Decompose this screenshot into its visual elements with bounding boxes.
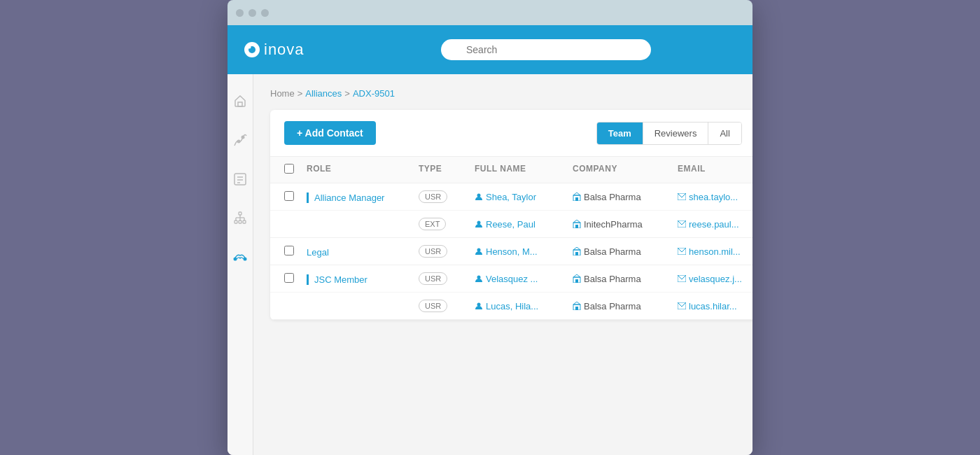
person-name-3: Henson, M...	[475, 246, 573, 257]
person-link-3[interactable]: Henson, M...	[486, 246, 538, 257]
sidebar-item-charts[interactable]	[227, 127, 253, 153]
breadcrumb-sep1: >	[298, 88, 303, 99]
breadcrumb-sep2: >	[344, 88, 350, 99]
person-icon-4	[475, 274, 483, 283]
svg-marker-41	[573, 274, 580, 277]
breadcrumb-home: Home	[270, 88, 295, 99]
person-icon-3	[475, 247, 483, 255]
svg-point-38	[477, 276, 481, 279]
person-link-2[interactable]: Reese, Paul	[486, 219, 536, 230]
role-link-alliance-manager[interactable]: Alliance Manager	[314, 192, 384, 203]
company-name-2: InitechPharma	[573, 219, 678, 230]
browser-window: inova	[227, 0, 752, 455]
row-group-legal: Legal USR Henson, M... Balsa Pharma	[270, 238, 752, 265]
email-cell-5: lucas.hilar...	[678, 301, 742, 312]
table-row: JSC Member USR Velasquez ... Balsa Pharm…	[270, 265, 752, 292]
role-border: Alliance Manager	[307, 192, 384, 203]
svg-rect-15	[243, 220, 246, 223]
company-text-3: Balsa Pharma	[584, 246, 641, 257]
row-group-alliance-manager: Alliance Manager USR Shea, Taylor Balsa …	[270, 183, 752, 238]
svg-point-7	[241, 136, 245, 139]
email-link-3[interactable]: henson.mil...	[689, 246, 741, 257]
email-cell-1: shea.taylo...	[678, 192, 742, 202]
person-link-1[interactable]: Shea, Taylor	[486, 192, 536, 202]
search-input[interactable]	[441, 39, 651, 60]
svg-point-22	[244, 258, 247, 261]
type-cell-3: USR	[419, 245, 475, 258]
col-type: TYPE	[419, 164, 475, 176]
role-link-jsc[interactable]: JSC Member	[314, 274, 368, 285]
logo-text: inova	[264, 41, 304, 59]
svg-point-2	[248, 46, 251, 49]
svg-rect-13	[234, 220, 237, 223]
svg-marker-36	[573, 247, 580, 250]
row-checkbox	[284, 191, 307, 203]
person-name-1: Shea, Taylor	[475, 192, 573, 202]
logo-icon	[244, 42, 260, 57]
svg-rect-25	[575, 197, 578, 201]
col-fullname: FULL NAME	[475, 164, 573, 176]
table-row: Alliance Manager USR Shea, Taylor Balsa …	[270, 183, 752, 210]
table-row: EXT Reese, Paul InitechPharma reese.paul…	[270, 210, 752, 237]
type-badge-usr-5: USR	[419, 300, 447, 312]
building-icon-4	[573, 274, 581, 283]
email-icon-1	[678, 193, 686, 200]
dot-yellow	[248, 9, 256, 17]
row-checkbox-1[interactable]	[284, 191, 294, 201]
type-cell-4: USR	[419, 272, 475, 285]
sidebar-item-org[interactable]	[227, 206, 253, 231]
table-row: USR Lucas, Hila... Balsa Pharma lucas.hi…	[270, 292, 752, 319]
svg-rect-12	[239, 212, 241, 215]
person-link-4[interactable]: Velasquez ...	[486, 274, 538, 284]
row-checkbox-3	[284, 246, 307, 258]
sidebar-item-alliances[interactable]	[227, 245, 253, 270]
sidebar-item-contacts[interactable]	[227, 167, 253, 192]
filter-tabs: Team Reviewers All	[596, 122, 742, 145]
tab-reviewers[interactable]: Reviewers	[643, 122, 709, 144]
building-icon-1	[573, 192, 581, 201]
email-link-4[interactable]: velasquez.j...	[689, 274, 742, 284]
role-link-legal[interactable]: Legal	[307, 247, 329, 258]
email-cell-2: reese.paul...	[678, 219, 742, 230]
email-icon-5	[678, 302, 686, 309]
role-cell-legal: Legal	[307, 246, 419, 258]
building-icon-3	[573, 247, 581, 255]
person-link-5[interactable]: Lucas, Hila...	[486, 301, 538, 312]
logo: inova	[244, 41, 342, 59]
svg-marker-26	[573, 192, 580, 195]
role-cell: Alliance Manager	[307, 191, 419, 203]
app-body: Home > Alliances > ADX-9501 + Add Contac…	[227, 74, 752, 455]
tab-team[interactable]: Team	[597, 122, 643, 144]
company-name-3: Balsa Pharma	[573, 246, 678, 257]
building-icon-2	[573, 220, 581, 228]
tab-all[interactable]: All	[708, 122, 741, 144]
email-link-5[interactable]: lucas.hilar...	[689, 301, 737, 312]
dot-green	[261, 9, 269, 17]
company-name-1: Balsa Pharma	[573, 192, 678, 202]
email-link-1[interactable]: shea.taylo...	[689, 192, 738, 202]
email-link-2[interactable]: reese.paul...	[689, 219, 739, 230]
building-icon-5	[573, 302, 581, 310]
svg-rect-40	[575, 279, 578, 283]
search-wrapper	[441, 39, 651, 60]
type-cell-5: USR	[419, 300, 475, 312]
company-name-5: Balsa Pharma	[573, 301, 678, 312]
row-checkbox-legal[interactable]	[284, 246, 294, 255]
card-toolbar: + Add Contact Team Reviewers All	[270, 110, 752, 157]
role-cell-jsc: JSC Member	[307, 273, 419, 285]
row-checkbox-jsc[interactable]	[284, 273, 294, 283]
sidebar-item-home[interactable]	[227, 88, 253, 113]
select-all-checkbox[interactable]	[284, 164, 294, 174]
col-checkbox	[284, 164, 307, 176]
table-row: Legal USR Henson, M... Balsa Pharma	[270, 238, 752, 265]
add-contact-button[interactable]: + Add Contact	[284, 121, 376, 145]
main-content: Home > Alliances > ADX-9501 + Add Contac…	[253, 74, 752, 455]
person-icon	[475, 192, 483, 201]
email-icon-2	[678, 220, 686, 227]
breadcrumb-current[interactable]: ADX-9501	[353, 88, 395, 99]
person-icon-5	[475, 302, 483, 310]
type-badge-ext: EXT	[419, 218, 446, 230]
svg-point-33	[477, 248, 481, 252]
type-cell: USR	[419, 190, 475, 203]
breadcrumb-alliances[interactable]: Alliances	[305, 88, 342, 99]
